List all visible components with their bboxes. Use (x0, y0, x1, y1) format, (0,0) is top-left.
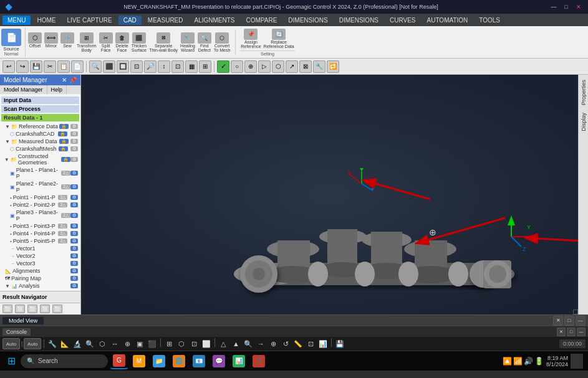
status-icon-17[interactable]: → (255, 338, 266, 349)
menu-item-home[interactable]: HOME (32, 16, 60, 25)
console-ctrl-3[interactable]: — (577, 328, 586, 336)
tray-icon-network[interactable]: 📶 (513, 357, 523, 366)
toolbar2-btn-17[interactable]: ⊕ (244, 60, 257, 73)
toolbar2-btn-4[interactable]: ✂ (44, 60, 56, 73)
menu-item-curves[interactable]: CURVES (385, 16, 421, 25)
toolbar2-btn-12[interactable]: ↕ (158, 60, 170, 73)
result-nav-btn-2[interactable]: ⬜ (15, 305, 25, 313)
thicken-surface-btn[interactable]: ⬛ ThickenSurface (131, 32, 148, 53)
status-icon-23[interactable]: 💾 (334, 338, 345, 349)
tree-analysis[interactable]: ▼ 📊 Analysis ⚙ (1, 282, 79, 290)
status-icon-11[interactable]: ⬡ (176, 338, 187, 349)
toolbar2-btn-16[interactable]: ○ (231, 60, 243, 73)
toolbar2-btn-9[interactable]: 🔲 (117, 60, 129, 73)
status-icon-8[interactable]: ▣ (134, 338, 145, 349)
toolbar2-btn-14[interactable]: ▦ (185, 60, 198, 73)
taskbar-app-geomagic[interactable]: G (110, 353, 128, 369)
toolbar2-btn-22[interactable]: 🔧 (313, 60, 325, 73)
tree-reference-data[interactable]: ▼ 📁 Reference Data 🔒 ⚙ (1, 123, 79, 130)
convert-to-mesh-btn[interactable]: ⬡ ConvertTo Mesh (213, 32, 231, 53)
tree-crankshaft-mesh[interactable]: ⬡ CrankshaftMesh 🔒 ⚙ (1, 145, 79, 153)
toolbar2-btn-23[interactable]: 🔁 (327, 60, 339, 73)
tree-point2[interactable]: • Point2 - Point2-P 2△ ⚙ (1, 201, 79, 209)
status-icon-10[interactable]: ⊞ (163, 338, 175, 349)
menu-item-menu[interactable]: MENU (2, 16, 31, 25)
tree-vector2[interactable]: → Vector2 ⚙ (1, 252, 79, 260)
replace-reference-data-btn[interactable]: 🔄 ReplaceReference Data (263, 28, 295, 49)
result-nav-btn-5[interactable]: ⬜ (52, 305, 62, 313)
tree-alignments[interactable]: 📐 Alignments ⚙ (1, 267, 79, 275)
toolbar2-btn-20[interactable]: ↗ (286, 60, 298, 73)
healing-wizard-btn[interactable]: 🔧 HealingWizard (180, 32, 196, 53)
menu-item-tools[interactable]: TOOLS (474, 16, 505, 25)
console-label-btn[interactable]: Console (2, 328, 31, 336)
close-button[interactable]: ✕ (574, 2, 583, 11)
sidebar-close-btn[interactable]: ✕ (62, 77, 67, 83)
toolbar2-btn-8[interactable]: ⬛ (103, 60, 115, 73)
toolbar2-btn-11[interactable]: 🔎 (144, 60, 157, 73)
search-box[interactable]: 🔍 Search (21, 354, 108, 368)
status-icon-6[interactable]: ↔ (109, 338, 120, 349)
find-defect-btn[interactable]: 🔍 FindDefect (197, 32, 212, 53)
status-icon-16[interactable]: 🔍 (243, 338, 254, 349)
status-icon-18[interactable]: ⊕ (267, 338, 279, 349)
tree-vector3[interactable]: → Vector3 ⚙ (1, 260, 79, 267)
tree-vector1[interactable]: → Vector1 ⚙ (1, 245, 79, 252)
toolbar2-btn-18[interactable]: ▷ (258, 60, 271, 73)
tree-point5[interactable]: • Point5 - Point5-P 2△ ⚙ (1, 237, 79, 245)
mirror-btn[interactable]: ⟺ Mirror (44, 32, 59, 53)
console-ctrl-1[interactable]: ✕ (557, 328, 566, 336)
taskbar-app-4[interactable]: 🌐 (170, 353, 188, 369)
taskbar-app-7[interactable]: 📊 (230, 353, 248, 369)
status-icon-15[interactable]: ▲ (230, 338, 241, 349)
model-view-tab-btn[interactable]: Model View (2, 317, 44, 324)
toolbar2-btn-5[interactable]: 📋 (57, 60, 70, 73)
maximize-button[interactable]: □ (562, 2, 571, 11)
tree-plane1[interactable]: ▣ Plane1 - Plane1-P 2△ ⚙ (1, 166, 79, 180)
toolbar2-btn-1[interactable]: ↩ (2, 60, 15, 73)
toolbar2-btn-13[interactable]: ⊡ (171, 60, 184, 73)
transform-body-btn[interactable]: ⊞ TransformBody (76, 32, 97, 53)
tab-model-manager[interactable]: Model Manager (0, 85, 47, 94)
toolbar2-btn-2[interactable]: ↪ (16, 60, 29, 73)
tree-plane3[interactable]: ▣ Plane3 - Plane3-P 2△ ⚙ (1, 209, 79, 222)
mv-ctrl-1[interactable]: ✕ (553, 316, 563, 326)
delete-face-btn[interactable]: 🗑 DeleteFace (115, 32, 130, 53)
taskbar-app-5[interactable]: 📧 (190, 353, 208, 369)
viewport-corner-handle[interactable] (573, 309, 578, 314)
status-icon-4[interactable]: 🔍 (84, 338, 95, 349)
status-icon-9[interactable]: ⬛ (147, 338, 158, 349)
tree-point4[interactable]: • Point4 - Point4-P 2△ ⚙ (1, 230, 79, 237)
tree-point1[interactable]: • Point1 - Point1-P 2△ ⚙ (1, 194, 79, 201)
properties-label[interactable]: Properties (579, 77, 588, 108)
status-icon-7[interactable]: ⊕ (122, 338, 133, 349)
toolbar2-btn-7[interactable]: 🔍 (89, 60, 102, 73)
status-icon-12[interactable]: ⊡ (188, 338, 200, 349)
result-nav-btn-3[interactable]: ⬜ (27, 305, 37, 313)
status-icon-22[interactable]: 📊 (317, 338, 329, 349)
status-auto-btn-1[interactable]: Auto (2, 338, 20, 349)
taskbar-app-2[interactable]: M (130, 353, 148, 369)
tray-icon-battery[interactable]: 🔋 (534, 357, 544, 366)
offset-btn[interactable]: ⬡ Offset (27, 32, 42, 53)
console-ctrl-2[interactable]: □ (567, 328, 576, 336)
tree-pairing-map[interactable]: 🗺 Pairing Map ⚙ (1, 275, 79, 282)
tab-help[interactable]: Help (47, 85, 67, 94)
status-icon-20[interactable]: 📏 (292, 338, 304, 349)
toolbar2-btn-3[interactable]: 💾 (30, 60, 42, 73)
show-desktop-btn[interactable] (571, 354, 583, 369)
sidebar-pin-btn[interactable]: 📌 (69, 77, 77, 83)
minimize-button[interactable]: — (549, 2, 558, 11)
result-nav-btn-4[interactable]: ⬜ (40, 305, 50, 313)
menu-item-cad[interactable]: CAD (118, 16, 142, 25)
tree-plane2[interactable]: ▣ Plane2 - Plane2-P 2△ ⚙ (1, 180, 79, 194)
status-icon-13[interactable]: ⬜ (201, 338, 212, 349)
tray-icon-volume[interactable]: 🔊 (524, 357, 533, 366)
status-icon-14[interactable]: △ (218, 338, 229, 349)
status-icon-19[interactable]: ↺ (280, 338, 291, 349)
3d-viewport[interactable]: ⊞ ↩ ⬡ ⬛ ⊠ ▣ ▤ ▦ ▧ ● ○ ↺ ⊕ ↗ ↘ ⊡ ⬡ (81, 75, 578, 314)
assign-reference-btn[interactable]: 📌 AssignReference (240, 28, 261, 49)
taskbar-app-8[interactable]: 🎵 (250, 353, 267, 369)
menu-item-compare[interactable]: COMPARE (241, 16, 282, 25)
taskbar-app-3[interactable]: 📁 (150, 353, 168, 369)
